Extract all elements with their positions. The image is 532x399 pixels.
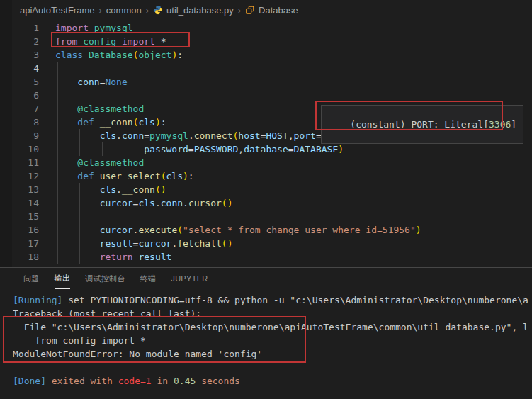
code-token: @classmethod: [77, 157, 144, 168]
code-line-17[interactable]: 17 result=curcor.fetchall(): [13, 237, 532, 250]
line-number[interactable]: 9: [13, 129, 39, 142]
code-token: "select * from change_user where id=5195…: [183, 225, 416, 235]
tab-output[interactable]: 输出: [55, 268, 71, 289]
code-token: object: [138, 50, 171, 60]
code-token: ModuleNotFoundError: No module named 'co…: [13, 349, 262, 359]
code-token: None: [105, 77, 127, 87]
code-token: return: [100, 252, 139, 262]
code-line-5[interactable]: 5 conn=None: [13, 75, 532, 89]
bottom-panel: 问题 输出 调试控制台 终端 JUPYTER [Running] set PYT…: [0, 267, 532, 399]
breadcrumb-item-folder[interactable]: common: [106, 5, 142, 16]
code-token: import: [122, 36, 161, 47]
output-line: from config import *: [13, 334, 532, 347]
line-number[interactable]: 17: [13, 237, 39, 250]
code-line-12[interactable]: 12 def user_select(cls):: [13, 169, 532, 183]
code-token: from: [55, 36, 83, 47]
code-token: password: [144, 144, 188, 154]
code-token: 0.45: [174, 376, 196, 386]
code-token: execute: [138, 225, 177, 235]
code-line-10[interactable]: 10 password=PASSWORD,database=DATABASE): [13, 142, 532, 156]
code-token: .: [155, 198, 161, 208]
line-number[interactable]: 11: [13, 156, 39, 169]
indent-guide: [57, 116, 58, 129]
code-token: from config import *: [13, 335, 146, 346]
code-token: cls: [100, 130, 116, 141]
line-number[interactable]: 8: [13, 116, 39, 129]
tab-jupyter[interactable]: JUPYTER: [171, 268, 208, 289]
code-token: connect: [194, 130, 233, 141]
line-number[interactable]: 2: [13, 35, 39, 48]
output-console[interactable]: [Running] set PYTHONIOENCODING=utf-8 && …: [0, 289, 532, 388]
code-token: =: [144, 130, 149, 141]
code-token: import: [55, 23, 94, 33]
tab-terminal[interactable]: 终端: [140, 268, 157, 289]
code-line-16[interactable]: 16 curcor.execute("select * from change_…: [13, 223, 532, 237]
output-line: ModuleNotFoundError: No module named 'co…: [13, 347, 532, 361]
code-text: @classmethod: [55, 156, 144, 169]
code-line-14[interactable]: 14 curcor=cls.conn.cursor(): [13, 196, 532, 210]
code-line-11[interactable]: 11 @classmethod: [13, 156, 532, 169]
line-number[interactable]: 14: [13, 196, 39, 210]
class-symbol-icon: [245, 5, 255, 15]
line-number[interactable]: 15: [13, 210, 39, 223]
line-number[interactable]: 18: [13, 250, 39, 264]
code-text: cls.__conn(): [55, 183, 166, 196]
indent-guide: [79, 183, 80, 196]
code-token: seconds: [196, 376, 240, 386]
tooltip-value: 3306: [489, 119, 511, 130]
code-token: ): [416, 225, 421, 235]
code-token: [55, 238, 100, 249]
code-token: def: [77, 117, 99, 128]
code-token: __conn: [122, 184, 155, 195]
code-token: [55, 252, 100, 262]
code-text: return result: [55, 250, 171, 264]
code-token: ,: [238, 144, 244, 154]
code-token: [55, 171, 77, 181]
line-number[interactable]: 12: [13, 169, 39, 183]
code-token: @classmethod: [77, 103, 144, 114]
panel-tab-bar: 问题 输出 调试控制台 终端 JUPYTER: [0, 268, 532, 289]
indent-guide: [57, 237, 58, 250]
tab-problems[interactable]: 问题: [23, 268, 40, 289]
line-number[interactable]: 3: [13, 48, 39, 62]
code-token: __conn: [100, 117, 133, 128]
code-line-15[interactable]: 15: [13, 210, 532, 223]
line-number[interactable]: 7: [13, 102, 39, 116]
tab-debug-console[interactable]: 调试控制台: [85, 268, 125, 289]
indent-guide: [57, 89, 58, 102]
code-line-6[interactable]: 6: [13, 89, 532, 102]
code-line-4[interactable]: 4: [13, 62, 532, 75]
code-text: def __conn(cls):: [55, 116, 166, 129]
code-token: (: [222, 198, 227, 208]
code-line-13[interactable]: 13 cls.__conn(): [13, 183, 532, 196]
breadcrumb-item-file[interactable]: util_database.py: [153, 5, 234, 16]
line-number[interactable]: 16: [13, 223, 39, 237]
output-line: [Done] exited with code=1 in 0.45 second…: [13, 374, 532, 388]
code-token: ): [155, 117, 161, 128]
code-token: HOST: [266, 130, 288, 141]
line-number[interactable]: 6: [13, 89, 39, 102]
code-text: from config import *: [55, 35, 166, 48]
tooltip-text: (constant) PORT: Literal[: [350, 119, 489, 130]
chevron-right-icon: ›: [99, 5, 102, 16]
breadcrumb-item-symbol[interactable]: Database: [245, 5, 298, 16]
code-token: .: [183, 198, 188, 208]
breadcrumb: apiAutoTestFrame › common › util_databas…: [12, 0, 532, 20]
code-line-2[interactable]: 2from config import *: [13, 35, 532, 48]
code-line-18[interactable]: 18 return result: [13, 250, 532, 264]
code-line-3[interactable]: 3class Database(object):: [13, 48, 532, 62]
line-number[interactable]: 5: [13, 75, 39, 89]
code-text: password=PASSWORD,database=DATABASE): [55, 142, 344, 156]
line-number[interactable]: 10: [13, 142, 39, 156]
code-token: cursor: [188, 198, 222, 208]
code-token: .: [116, 184, 122, 195]
code-token: [Running]: [13, 295, 62, 305]
code-token: port: [294, 130, 316, 141]
line-number[interactable]: 1: [13, 21, 39, 35]
line-number[interactable]: 4: [13, 62, 39, 75]
code-line-1[interactable]: 1import pymysql: [13, 21, 532, 35]
code-token: [55, 144, 144, 154]
breadcrumb-item-project[interactable]: apiAutoTestFrame: [20, 5, 95, 16]
line-number[interactable]: 13: [13, 183, 39, 196]
code-token: set PYTHONIOENCODING=utf-8 && python -u …: [62, 295, 528, 305]
